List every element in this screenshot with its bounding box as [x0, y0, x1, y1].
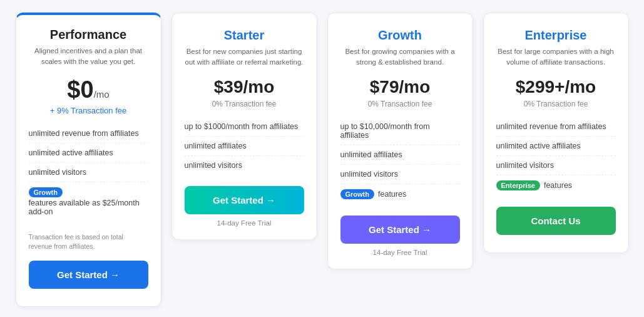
plan-fee-starter: 0% Transaction fee [185, 100, 304, 108]
plan-price-starter: $39/mo [185, 77, 304, 97]
features-list-performance: unlimited revenue from affiliatesunlimit… [29, 124, 148, 221]
badge-growth: Growth [29, 187, 63, 197]
feature-item: Growth features available as $25/month a… [29, 182, 148, 221]
trial-text: 14-day Free Trial [185, 219, 304, 227]
btn-enterprise[interactable]: Contact Us [496, 207, 616, 235]
plan-name-starter: Starter [185, 28, 304, 43]
btn-performance[interactable]: Get Started → [29, 261, 148, 289]
feature-item: unlimited visitors [185, 156, 304, 175]
plan-desc-growth: Best for growing companies with a strong… [340, 46, 460, 68]
plan-fee-performance: + 9% Transaction fee [29, 106, 148, 115]
btn-starter[interactable]: Get Started → [185, 186, 304, 214]
features-list-starter: up to $1000/month from affiliatesunlimit… [185, 117, 304, 175]
plan-fee-growth: 0% Transaction fee [340, 100, 460, 108]
plan-card-enterprise: EnterpriseBest for large companies with … [483, 13, 629, 253]
feature-item: unlimited visitors [496, 156, 616, 175]
plans-container: PerformanceAligned incentives and a plan… [16, 13, 629, 307]
plan-card-growth: GrowthBest for growing companies with a … [327, 13, 473, 269]
feature-item: unlimited active affiliates [29, 143, 148, 163]
badge-enterprise: Enterprise [496, 180, 540, 190]
feature-item: unlimited affiliates [340, 145, 460, 165]
feature-item: up to $10,000/month from affiliates [340, 117, 460, 145]
plan-desc-performance: Aligned incentives and a plan that scale… [29, 46, 148, 68]
feature-item: unlimited affiliates [185, 137, 304, 156]
feature-item: unlimited revenue from affiliates [496, 117, 616, 137]
feature-item: unlimited active affiliates [496, 137, 616, 156]
plan-name-performance: Performance [29, 28, 148, 42]
plan-desc-enterprise: Best for large companies with a high vol… [496, 46, 616, 68]
plan-price-enterprise: $299+/mo [496, 77, 616, 97]
plan-fee-enterprise: 0% Transaction fee [496, 100, 616, 108]
btn-growth[interactable]: Get Started → [340, 216, 460, 244]
plan-name-enterprise: Enterprise [496, 28, 616, 43]
plan-price-performance: $0/mo [29, 76, 148, 103]
feature-item: Enterprise features [496, 175, 616, 195]
plan-name-growth: Growth [340, 28, 460, 43]
feature-item: unlimited visitors [29, 163, 148, 182]
plan-card-starter: StarterBest for new companies just start… [171, 13, 317, 240]
plan-footnote: Transaction fee is based on total revenu… [29, 232, 148, 252]
feature-item: unlimited revenue from affiliates [29, 124, 148, 143]
plan-price-growth: $79/mo [340, 77, 460, 97]
features-list-growth: up to $10,000/month from affiliatesunlim… [340, 117, 460, 204]
feature-item: unlimited visitors [340, 165, 460, 184]
plan-card-performance: PerformanceAligned incentives and a plan… [16, 13, 161, 307]
features-list-enterprise: unlimited revenue from affiliatesunlimit… [496, 117, 616, 195]
feature-item: Growth features [340, 184, 460, 204]
badge-growth: Growth [340, 189, 375, 199]
plan-desc-starter: Best for new companies just starting out… [185, 46, 304, 68]
trial-text: 14-day Free Trial [340, 249, 460, 256]
feature-item: up to $1000/month from affiliates [185, 117, 304, 137]
